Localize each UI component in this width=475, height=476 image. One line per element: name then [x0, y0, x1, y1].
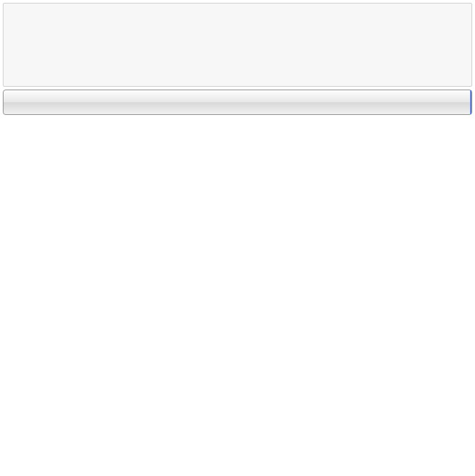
chart-container: [3, 142, 472, 445]
figure-title-bar[interactable]: [3, 90, 472, 115]
line-chart: [31, 142, 444, 445]
code-cell: [3, 3, 472, 87]
